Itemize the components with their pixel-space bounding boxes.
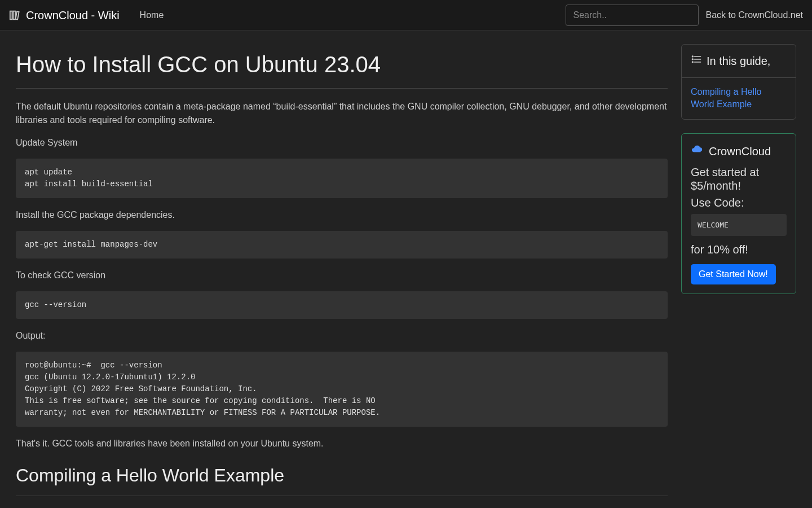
promo-line-3: for 10% off!: [691, 243, 787, 256]
promo-line-2: Use Code:: [691, 196, 787, 209]
code-block-version: gcc --version: [16, 291, 668, 319]
promo-title: CrownCloud: [691, 143, 787, 160]
page-title: How to Install GCC on Ubuntu 23.04: [16, 47, 668, 81]
toc-body: Compiling a Hello World Example: [682, 78, 796, 119]
promo-brand: CrownCloud: [709, 143, 771, 160]
intro-paragraph: The default Ubuntu repositories contain …: [16, 100, 668, 127]
nav-home[interactable]: Home: [133, 4, 171, 27]
sidebar: In this guide, Compiling a Hello World E…: [681, 44, 796, 508]
search-input[interactable]: [566, 5, 699, 26]
install-deps-label: Install the GCC package dependencies.: [16, 208, 668, 222]
code-block-output: root@ubuntu:~# gcc --version gcc (Ubuntu…: [16, 352, 668, 427]
title-divider: [16, 88, 668, 89]
section-heading-compile: Compiling a Hello World Example: [16, 462, 668, 489]
toc-header: In this guide,: [682, 45, 796, 78]
promo-card: CrownCloud Get started at $5/month! Use …: [681, 133, 796, 295]
promo-line-1: Get started at $5/month!: [691, 165, 787, 192]
list-icon: [691, 52, 702, 69]
books-icon: [9, 9, 21, 21]
toc-heading: In this guide,: [707, 52, 770, 69]
section-divider: [16, 496, 668, 496]
svg-rect-0: [10, 11, 12, 19]
cloud-icon: [691, 143, 703, 160]
done-paragraph: That's it. GCC tools and libraries have …: [16, 437, 668, 450]
svg-rect-2: [16, 11, 19, 19]
svg-point-6: [692, 56, 694, 57]
main-content: How to Install GCC on Ubuntu 23.04 The d…: [16, 44, 668, 508]
svg-point-8: [692, 62, 694, 63]
toc-card: In this guide, Compiling a Hello World E…: [681, 44, 796, 120]
brand-text: CrownCloud - Wiki: [26, 7, 120, 24]
get-started-button[interactable]: Get Started Now!: [691, 264, 776, 284]
update-system-label: Update System: [16, 136, 668, 150]
code-block-update: apt update apt install build-essential: [16, 159, 668, 198]
navbar: CrownCloud - Wiki Home Back to CrownClou…: [0, 0, 812, 30]
navbar-right: Back to CrownCloud.net: [566, 5, 803, 26]
svg-rect-1: [13, 11, 15, 19]
promo-code: WELCOME: [691, 214, 787, 237]
toc-link-1[interactable]: Compiling a Hello World Example: [691, 86, 787, 111]
check-version-label: To check GCC version: [16, 269, 668, 282]
output-label: Output:: [16, 329, 668, 343]
container: How to Install GCC on Ubuntu 23.04 The d…: [0, 30, 812, 508]
back-link[interactable]: Back to CrownCloud.net: [705, 8, 803, 22]
brand-link[interactable]: CrownCloud - Wiki: [9, 7, 120, 24]
code-block-deps: apt-get install manpages-dev: [16, 231, 668, 259]
svg-point-7: [692, 59, 694, 60]
